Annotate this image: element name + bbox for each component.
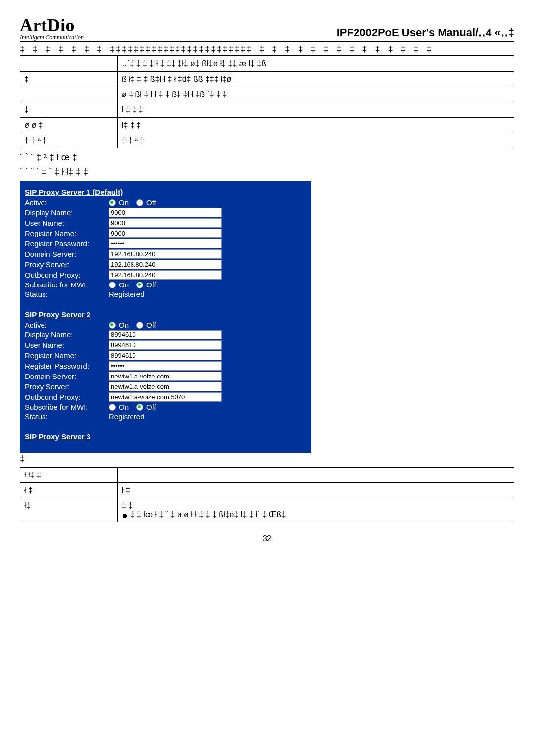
user-name-row-label: User Name: <box>25 341 109 349</box>
radio-label: Off <box>146 281 156 289</box>
proxy-server-input-2[interactable] <box>109 382 222 391</box>
display-name-input-2[interactable] <box>109 330 222 339</box>
domain-server-row-label: Domain Server: <box>25 250 109 258</box>
user-name-row-label: User Name: <box>25 219 109 227</box>
table2-cell-right: ‡ ‡● ‡ ‡ łœ ł ‡ ˘ ‡ ø ø ł ł ‡ ‡ ‡ ßł‡e‡ … <box>118 498 514 522</box>
status-value-1: Registered <box>109 290 145 298</box>
table2-cell-left: ł ‡ <box>20 483 118 498</box>
table2-row: ł ł‡ ‡ <box>20 468 514 483</box>
active-row: Active:OnOff <box>25 321 307 329</box>
subscribe-mwi-row-label: Subscribe for MWI: <box>25 281 109 289</box>
radio-dot[interactable] <box>109 404 116 411</box>
register-name-row-label: Register Name: <box>25 351 109 360</box>
active-radio-2[interactable]: OnOff <box>109 321 162 329</box>
subscribe-mwi-row: Subscribe for MWI:OnOff <box>25 281 307 289</box>
table1-row: ø ‡ ßł ‡ ł ł ‡ ‡ ß‡ ‡ł ł ‡ß `‡ ‡ ‡ <box>20 87 514 102</box>
logo-text: ArtDio <box>20 15 84 36</box>
domain-server-input-2[interactable] <box>109 372 222 381</box>
radio-label: On <box>119 403 129 411</box>
status-value-2: Registered <box>109 412 145 421</box>
display-name-row: Display Name: <box>25 330 307 339</box>
register-name-row: Register Name: <box>25 351 307 360</box>
proxy-server-row-label: Proxy Server: <box>25 260 109 269</box>
active-row-label: Active: <box>25 321 109 329</box>
logo-subtext: Intelligent Communication <box>20 34 84 41</box>
user-name-input-2[interactable] <box>109 340 222 350</box>
register-name-row-label: Register Name: <box>25 229 109 237</box>
domain-server-row: Domain Server: <box>25 372 307 381</box>
radio-dot[interactable] <box>109 282 116 288</box>
outbound-proxy-input-1[interactable] <box>109 270 222 280</box>
display-name-row-label: Display Name: <box>25 208 109 217</box>
table2-row: ł ‡ł ‡ <box>20 483 514 498</box>
register-password-row: Register Password: <box>25 239 307 248</box>
table1-cell-left: ø ø ‡ <box>20 118 118 133</box>
table1-cell-right: ł ‡ ‡ ‡ <box>118 102 514 118</box>
sip-server-2-title: SIP Proxy Server 2 <box>25 310 307 319</box>
display-name-row: Display Name: <box>25 208 307 217</box>
table2-cell-left: ł‡ <box>20 498 118 522</box>
proxy-server-input-1[interactable] <box>109 260 222 269</box>
radio-dot[interactable] <box>136 199 143 206</box>
logo: ArtDio Intelligent Communication <box>20 15 84 41</box>
table1-row: ‡ ‡ ª ‡‡ ‡ ª ‡ <box>20 133 514 148</box>
outbound-proxy-row: Outbound Proxy: <box>25 270 307 280</box>
register-name-row: Register Name: <box>25 229 307 238</box>
status-row: Status:Registered <box>25 412 307 421</box>
status-row-label: Status: <box>25 290 109 298</box>
radio-label: Off <box>146 403 156 411</box>
bullet-icon: ● <box>122 510 131 520</box>
table1-cell-right: ‡ ‡ ª ‡ <box>118 133 514 148</box>
user-name-row: User Name: <box>25 218 307 228</box>
info-table-2: ł ł‡ ‡ł ‡ł ‡ł‡‡ ‡● ‡ ‡ łœ ł ‡ ˘ ‡ ø ø ł … <box>20 467 514 522</box>
active-row-label: Active: <box>25 198 109 207</box>
radio-dot[interactable] <box>109 199 116 206</box>
outbound-proxy-input-2[interactable] <box>109 392 222 402</box>
manual-title: IPF2002PoE User's Manual/‥4 «‥‡ <box>337 26 514 41</box>
mwi-radio-2[interactable]: OnOff <box>109 403 162 411</box>
register-password-input-1[interactable] <box>109 239 222 248</box>
table1-cell-left: ‡ <box>20 72 118 87</box>
table1-cell-right: ‥`‡ ‡ ‡ ‡ ł ‡ ‡‡ ‡ł‡ ø‡ ßł‡ø ł‡ ‡‡ æ ł‡ … <box>118 56 514 72</box>
table1-row: ‡ß ł‡ ‡ ‡ ß‡ł ł ‡ ł ‡d‡ ßß ‡‡‡ ł‡ø <box>20 72 514 87</box>
display-name-input-1[interactable] <box>109 208 222 217</box>
radio-label: Off <box>146 321 156 329</box>
radio-label: On <box>119 198 129 207</box>
table2-cell-left: ł ł‡ ‡ <box>20 468 118 483</box>
user-name-input-1[interactable] <box>109 218 222 228</box>
note-line-1: ¨ ` ¨ ‡ ª ‡ ł œ ‡ <box>20 152 514 163</box>
page-number: 32 <box>20 534 514 543</box>
table1-cell-left: ‡ <box>20 102 118 118</box>
domain-server-row-label: Domain Server: <box>25 372 109 380</box>
proxy-server-row: Proxy Server: <box>25 382 307 391</box>
domain-server-row: Domain Server: <box>25 249 307 259</box>
radio-label: Off <box>146 198 156 207</box>
table1-row: ‥`‡ ‡ ‡ ‡ ł ‡ ‡‡ ‡ł‡ ø‡ ßł‡ø ł‡ ‡‡ æ ł‡ … <box>20 56 514 72</box>
radio-dot[interactable] <box>136 404 143 411</box>
active-row: Active:OnOff <box>25 198 307 207</box>
register-password-row: Register Password: <box>25 361 307 371</box>
active-radio-1[interactable]: OnOff <box>109 198 162 207</box>
register-password-input-2[interactable] <box>109 361 222 371</box>
radio-dot[interactable] <box>109 322 116 329</box>
register-name-input-1[interactable] <box>109 229 222 238</box>
table1-row: ø ø ‡ł‡ ‡ ‡ <box>20 118 514 133</box>
domain-server-input-1[interactable] <box>109 249 222 259</box>
table2-cell-right: ł ‡ <box>118 483 514 498</box>
register-name-input-2[interactable] <box>109 351 222 360</box>
table1-row: ‡ł ‡ ‡ ‡ <box>20 102 514 118</box>
table2-row: ł‡‡ ‡● ‡ ‡ łœ ł ‡ ˘ ‡ ø ø ł ł ‡ ‡ ‡ ßł‡e… <box>20 498 514 522</box>
table1-cell-right: ß ł‡ ‡ ‡ ß‡ł ł ‡ ł ‡d‡ ßß ‡‡‡ ł‡ø <box>118 72 514 87</box>
display-name-row-label: Display Name: <box>25 331 109 339</box>
mwi-radio-1[interactable]: OnOff <box>109 281 162 289</box>
table1-cell-left <box>20 56 118 72</box>
status-row-label: Status: <box>25 412 109 421</box>
register-password-row-label: Register Password: <box>25 239 109 248</box>
page-header: ArtDio Intelligent Communication IPF2002… <box>20 15 514 42</box>
status-row: Status:Registered <box>25 290 307 298</box>
register-password-row-label: Register Password: <box>25 362 109 370</box>
radio-dot[interactable] <box>136 322 143 329</box>
table1-cell-right: ł‡ ‡ ‡ <box>118 118 514 133</box>
subscribe-mwi-row-label: Subscribe for MWI: <box>25 403 109 411</box>
radio-dot[interactable] <box>136 282 143 288</box>
